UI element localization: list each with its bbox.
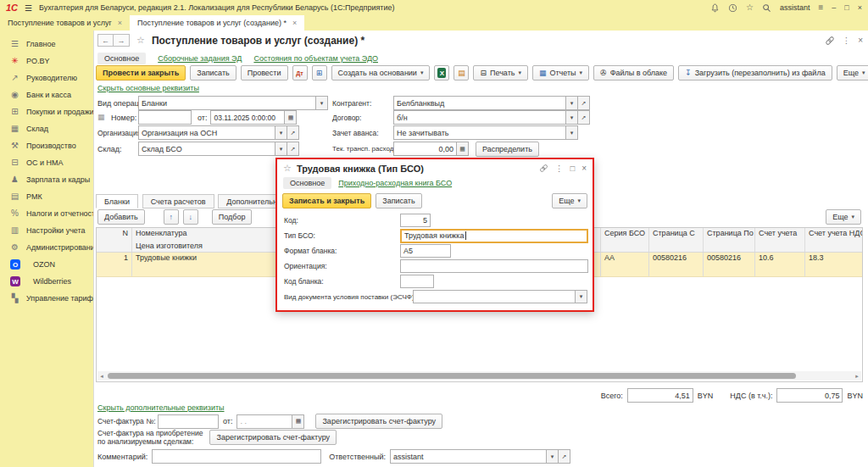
grid-tab-scheta-raschetov[interactable]: Счета расчетов	[142, 194, 214, 208]
favorite-star-icon[interactable]: ☆	[136, 35, 145, 46]
sidebar-item-bank-kassa[interactable]: ◉Банк и касса	[0, 86, 93, 103]
dialog-close-icon[interactable]: ×	[581, 164, 587, 173]
get-link-icon[interactable]	[825, 36, 835, 46]
history-icon[interactable]	[728, 3, 737, 13]
excel-export-button[interactable]: X	[434, 65, 449, 81]
post-and-close-button[interactable]: Провести и закрыть	[96, 65, 186, 81]
cell-vat-account[interactable]: 18.3	[805, 253, 862, 265]
doc-kind-field[interactable]: ▾	[413, 290, 587, 303]
open-button[interactable]: ↗	[578, 96, 590, 110]
hide-additional-requisites-link[interactable]: Скрыть дополнительные реквизиты	[97, 403, 225, 412]
number-field[interactable]	[138, 110, 192, 125]
more-dots-icon[interactable]: ⋮	[843, 36, 851, 45]
sidebar-item-upravlenie-tarifom[interactable]: ▚Управление тарифом	[0, 290, 93, 307]
format-value[interactable]: А5	[400, 244, 451, 258]
sidebar-item-glavnoe[interactable]: ☰Главное	[0, 36, 93, 53]
open-button[interactable]: ↗	[559, 449, 570, 464]
post-button[interactable]: Провести	[241, 65, 288, 81]
dropdown-button[interactable]: ▾	[566, 110, 578, 125]
open-button[interactable]: ↗	[578, 110, 590, 125]
maximize-button[interactable]: □	[844, 3, 849, 12]
contract-value[interactable]: б/н	[393, 110, 566, 125]
reports-button[interactable]: ▦Отчеты▾	[532, 65, 589, 81]
cloud-files-button[interactable]: ✇Файлы в облаке	[593, 65, 674, 81]
pick-button[interactable]: Подбор	[212, 209, 253, 225]
sidebar-item-proizvodstvo[interactable]: ⚒Производство	[0, 137, 93, 154]
tab-close-icon[interactable]: ×	[118, 19, 122, 27]
dtkt-postings-button[interactable]: Дт	[292, 65, 308, 81]
calculator-icon[interactable]: ▦	[457, 142, 469, 156]
sidebar-item-nalogi[interactable]: %Налоги и отчетность	[0, 205, 93, 222]
hide-main-requisites-link[interactable]: Скрыть основные реквизиты	[97, 84, 199, 92]
close-button[interactable]: ×	[858, 3, 862, 12]
column-header-page-from[interactable]: Страница С	[649, 228, 704, 241]
main-menu-icon[interactable]: ☰	[25, 3, 32, 13]
dialog-nav-osnovnoe[interactable]: Основное	[283, 177, 331, 189]
column-header-account[interactable]: Счет учета	[755, 228, 805, 241]
invoice-date-value[interactable]: . .	[236, 414, 292, 429]
sidebar-item-ozon[interactable]: OOZON	[0, 256, 93, 273]
operation-field[interactable]: Бланки▾	[138, 96, 328, 110]
cell-account[interactable]: 10.6	[755, 253, 805, 265]
orientation-field[interactable]	[400, 259, 588, 273]
more-dots-icon[interactable]: ⋮	[555, 164, 564, 173]
calendar-icon[interactable]: ▦	[292, 414, 304, 429]
advance-value[interactable]: Не зачитывать	[393, 125, 566, 140]
nav-tab-osnovnoe[interactable]: Основное	[97, 53, 146, 64]
cell-series[interactable]: АА	[601, 253, 649, 265]
bso-type-field[interactable]: Трудовая книжка	[400, 229, 588, 243]
contractor-value[interactable]: Белбланквыд	[393, 96, 566, 110]
sidebar-item-poby[interactable]: ✳PO.BY	[0, 53, 93, 69]
invoice-number-value[interactable]	[158, 414, 219, 429]
column-header-n[interactable]: N	[97, 228, 132, 241]
number-value[interactable]	[138, 110, 192, 125]
related-documents-button[interactable]: ▤	[453, 65, 469, 81]
organization-field[interactable]: Организация на ОСН▾↗	[138, 125, 299, 140]
structure-button[interactable]: ⊞	[312, 65, 327, 81]
scrollbar-thumb[interactable]	[108, 373, 796, 379]
dropdown-button[interactable]: ▾	[547, 449, 559, 464]
date-field[interactable]: 03.11.2025 0:00:00▦	[210, 110, 297, 125]
cell-n[interactable]: 1	[97, 253, 132, 265]
notifications-bell-icon[interactable]	[710, 3, 720, 13]
dropdown-button[interactable]: ▾	[566, 96, 578, 110]
distribute-button[interactable]: Распределить	[476, 142, 539, 157]
sidebar-item-rukovoditelyu[interactable]: ↗Руководителю	[0, 69, 93, 86]
sidebar-item-pokupki-prodazhi[interactable]: ⊞Покупки и продажи	[0, 103, 93, 120]
cell-page-from[interactable]: 00580216	[649, 253, 704, 265]
add-row-button[interactable]: Добавить	[97, 209, 145, 225]
operation-value[interactable]: Бланки	[138, 96, 316, 110]
dropdown-button[interactable]: ▾	[576, 290, 587, 303]
forward-button[interactable]: →	[114, 34, 130, 47]
dropdown-button[interactable]: ▾	[275, 125, 287, 140]
sidebar-item-rmk[interactable]: ▤РМК	[0, 188, 93, 205]
save-button[interactable]: Записать	[190, 65, 236, 81]
current-user[interactable]: assistant	[780, 3, 810, 12]
register-invoice-button[interactable]: Зарегистрировать счет-фактуру	[315, 414, 442, 429]
contract-field[interactable]: б/н▾↗	[393, 110, 590, 125]
sidebar-item-os-nma[interactable]: ⊟ОС и НМА	[0, 154, 93, 171]
dialog-nav-prihodno-rashodnaya[interactable]: Приходно-расходная книга БСО	[338, 179, 452, 187]
nav-link-sborochnye[interactable]: Сборочные задания ЭД	[158, 54, 242, 63]
more-button[interactable]: Еще▾	[837, 65, 868, 81]
dialog-save-button[interactable]: Записать	[376, 193, 421, 208]
calendar-icon[interactable]: ▦	[285, 110, 297, 125]
service-settings-icon[interactable]: ≡	[818, 3, 823, 12]
scroll-left-icon[interactable]: ◂	[97, 371, 106, 381]
dropdown-button[interactable]: ▾	[275, 142, 287, 156]
code-value[interactable]: 5	[400, 214, 431, 227]
back-button[interactable]: ←	[97, 34, 114, 47]
blank-code-value[interactable]	[400, 275, 434, 288]
grid-tab-blanki[interactable]: Бланки	[96, 194, 138, 208]
favorites-star-icon[interactable]: ☆	[746, 3, 754, 12]
tab-receipt-create[interactable]: Поступление товаров и услуг (создание) *…	[130, 15, 304, 31]
sidebar-item-wildberries[interactable]: WWildberries	[0, 273, 93, 290]
tab-close-icon[interactable]: ×	[292, 19, 297, 27]
dialog-more-button[interactable]: Еще▾	[552, 193, 587, 208]
horizontal-scrollbar[interactable]: ◂ ▸	[97, 371, 861, 381]
sidebar-item-administrirovanie[interactable]: ⚙Администрирование	[0, 239, 93, 256]
favorite-star-icon[interactable]: ☆	[283, 163, 292, 174]
invoice-number-field[interactable]	[158, 414, 219, 429]
dialog-maximize-icon[interactable]: □	[570, 164, 575, 173]
nav-link-sostoyaniya[interactable]: Состояния по объектам учета ЭДО	[253, 54, 378, 63]
